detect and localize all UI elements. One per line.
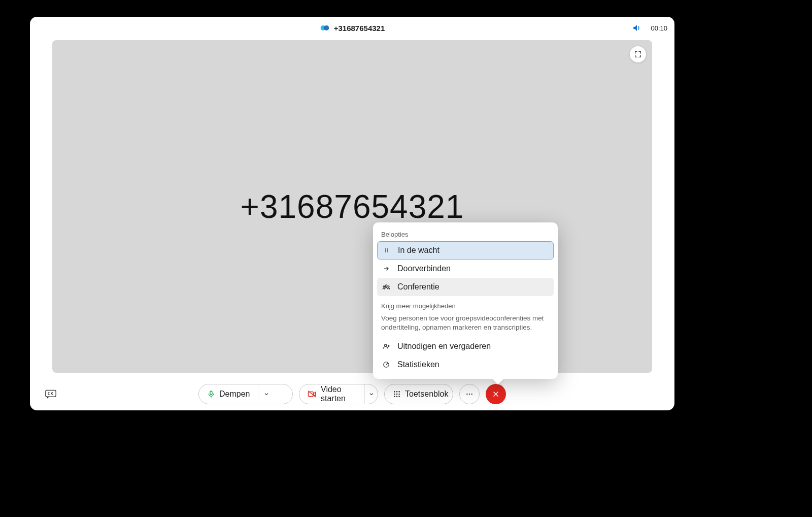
svg-point-16 — [471, 394, 472, 395]
svg-point-9 — [396, 394, 398, 395]
dialpad-icon — [393, 390, 401, 398]
call-toolbar: Dempen Video starten Toetsenbl — [30, 378, 674, 410]
video-options-chevron[interactable] — [364, 384, 378, 404]
conference-icon — [382, 284, 390, 290]
audio-output-icon[interactable] — [632, 23, 641, 33]
svg-point-8 — [394, 394, 395, 395]
svg-point-19 — [388, 286, 389, 287]
svg-point-11 — [394, 396, 395, 397]
menu-item-invite-label: Uitnodigen en vergaderen — [397, 342, 491, 351]
call-window: +31687654321 00:10 +31687654321 — [30, 17, 674, 410]
arrow-right-icon — [382, 266, 390, 272]
svg-point-13 — [398, 396, 400, 397]
menu-item-invite[interactable]: Uitnodigen en vergaderen — [377, 337, 554, 356]
caller-id-display: +31687654321 — [241, 188, 464, 225]
more-options-button[interactable] — [459, 384, 480, 404]
menu-item-transfer-label: Doorverbinden — [397, 264, 451, 273]
popover-more-description: Voeg personen toe voor groepsvideoconfer… — [377, 313, 554, 337]
video-label: Video starten — [321, 385, 356, 403]
svg-point-10 — [398, 394, 400, 395]
svg-point-5 — [394, 391, 395, 393]
svg-point-6 — [396, 391, 398, 393]
popover-section-call-options: Belopties — [377, 229, 554, 241]
keypad-label: Toetsenblok — [405, 390, 448, 399]
keypad-button[interactable]: Toetsenblok — [384, 384, 453, 404]
menu-item-hold[interactable]: In de wacht — [377, 241, 554, 260]
svg-point-15 — [469, 394, 470, 395]
mute-label: Dempen — [219, 390, 250, 399]
popover-section-more: Krijg meer mogelijkheden — [377, 300, 554, 313]
microphone-icon — [207, 390, 215, 398]
svg-point-12 — [396, 396, 398, 397]
call-options-popover: Belopties In de wacht Doorverbinden Conf… — [373, 222, 558, 379]
video-off-icon — [308, 390, 317, 398]
end-call-button[interactable] — [486, 384, 506, 404]
svg-point-1 — [324, 25, 329, 30]
menu-item-statistics[interactable]: Statistieken — [377, 356, 554, 374]
gauge-icon — [382, 361, 390, 368]
menu-item-hold-label: In de wacht — [398, 246, 439, 255]
menu-item-transfer[interactable]: Doorverbinden — [377, 260, 554, 278]
pause-icon — [383, 247, 391, 253]
svg-point-7 — [398, 391, 400, 393]
svg-rect-2 — [46, 390, 56, 397]
invite-icon — [382, 343, 390, 349]
captions-button[interactable] — [43, 388, 58, 400]
titlebar: +31687654321 — [30, 17, 674, 39]
svg-point-17 — [385, 285, 387, 287]
fullscreen-button[interactable] — [630, 46, 646, 62]
call-timer: 00:10 — [651, 24, 667, 32]
video-stage: +31687654321 — [52, 40, 652, 373]
window-title: +31687654321 — [334, 24, 385, 33]
svg-point-20 — [385, 344, 387, 346]
start-video-button[interactable]: Video starten — [299, 384, 378, 404]
menu-item-statistics-label: Statistieken — [397, 360, 439, 369]
svg-point-18 — [383, 286, 385, 287]
webex-logo-icon — [320, 23, 330, 33]
mute-options-chevron[interactable] — [258, 384, 274, 404]
svg-point-14 — [466, 394, 468, 395]
header-right: 00:10 — [632, 17, 667, 39]
menu-item-conference-label: Conferentie — [397, 282, 439, 292]
menu-item-conference[interactable]: Conferentie — [377, 278, 554, 296]
svg-rect-3 — [210, 391, 212, 395]
mute-button[interactable]: Dempen — [198, 384, 293, 404]
